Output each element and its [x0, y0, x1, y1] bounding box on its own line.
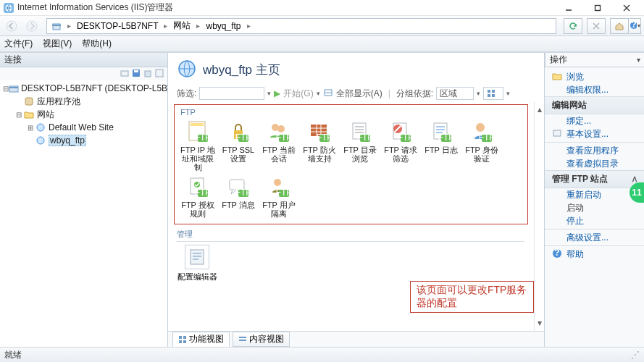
tab-content-view[interactable]: 内容视图 — [233, 332, 290, 347]
save-icon[interactable] — [131, 68, 141, 80]
apppool-icon — [23, 96, 35, 107]
svg-rect-3 — [595, 5, 601, 10]
ftp-ip-restrictions[interactable]: FTPFTP IP 地址和域限制 — [177, 119, 218, 172]
action-stop[interactable]: 停止 — [545, 214, 644, 227]
expand-icon[interactable]: ⊞ — [26, 124, 35, 132]
action-start[interactable]: 启动 — [545, 201, 644, 214]
action-basic-settings[interactable]: 基本设置... — [545, 127, 644, 140]
breadcrumb[interactable]: ▸ DESKTOP-L5B7NFT ▸ 网站 ▸ wbyq_ftp ▸ — [46, 18, 556, 34]
tab-features-view[interactable]: 功能视图 — [172, 332, 230, 347]
tree-server-node[interactable]: ⊟ DESKTOP-L5B7NFT (DESKTOP-L5B7NFT\11266… — [3, 82, 164, 95]
ftp-logging[interactable]: FTPFTP 日志 — [421, 119, 461, 172]
action-advanced[interactable]: 高级设置... — [545, 231, 644, 244]
window-titlebar: Internet Information Services (IIS)管理器 — [0, 0, 644, 16]
home-button[interactable] — [610, 18, 629, 34]
view-switcher: 功能视图 内容视图 — [168, 331, 544, 347]
close-button[interactable] — [612, 0, 641, 16]
svg-text:FTP: FTP — [479, 132, 493, 143]
ftp-authorization[interactable]: FTPFTP 授权规则 — [177, 174, 218, 218]
action-view-vdirs[interactable]: 查看虚拟目录 — [545, 157, 644, 170]
ftp-firewall[interactable]: FTPFTP 防火墙支持 — [299, 119, 340, 172]
breadcrumb-root[interactable]: DESKTOP-L5B7NFT — [72, 19, 162, 33]
collapse-icon[interactable]: ⊟ — [14, 111, 23, 119]
notification-bubble[interactable]: 11 — [630, 182, 644, 203]
back-button[interactable] — [3, 18, 20, 34]
ftp-directory-browsing[interactable]: FTPFTP 目录浏览 — [340, 119, 380, 172]
tree-apppools[interactable]: 应用程序池 — [3, 95, 164, 108]
showall-icon[interactable] — [323, 88, 333, 100]
breadcrumb-sites[interactable]: 网站 — [169, 19, 195, 33]
view-mode-select[interactable] — [483, 87, 503, 100]
svg-text:FTP: FTP — [195, 188, 209, 198]
annotation-callout: 该页面可以更改FTP服务器的配置 — [410, 281, 534, 313]
svg-point-7 — [27, 21, 37, 31]
up-icon[interactable] — [154, 68, 164, 80]
chevron-down-icon[interactable]: ▾ — [637, 56, 640, 64]
svg-text:FTP: FTP — [357, 132, 372, 143]
svg-rect-86 — [239, 340, 246, 341]
ftp-messages[interactable]: FTPFTP 消息 — [218, 174, 259, 218]
collapse-icon[interactable]: ⊟ — [3, 85, 9, 93]
tree-sites-node[interactable]: ⊟ 网站 — [3, 108, 164, 121]
svg-text:?: ? — [554, 248, 559, 258]
chevron-right-icon: ▸ — [162, 22, 169, 30]
tree-wbyq-ftp-site[interactable]: wbyq_ftp — [3, 134, 164, 147]
help-dropdown[interactable]: ?▾ — [630, 18, 641, 34]
ftp-group: FTP FTPFTP IP 地址和域限制 FTPFTP SSL 设置 FTPFT… — [174, 104, 528, 224]
collapse-caret-icon[interactable]: ᐱ — [632, 176, 637, 183]
go-icon[interactable]: ▶ — [274, 88, 280, 98]
ftp-current-sessions[interactable]: FTPFTP 当前会话 — [259, 119, 299, 172]
svg-rect-27 — [488, 94, 490, 97]
explore-icon — [552, 71, 562, 83]
action-edit-permissions[interactable]: 编辑权限... — [545, 83, 644, 96]
svg-rect-28 — [492, 94, 495, 97]
breadcrumb-home-icon[interactable] — [47, 19, 66, 33]
ftp-ssl-settings[interactable]: FTPFTP SSL 设置 — [218, 119, 259, 172]
action-explore[interactable]: 浏览 — [545, 70, 644, 83]
ftp-group-label: FTP — [180, 108, 527, 117]
menu-view[interactable]: 视图(V) — [43, 38, 72, 50]
svg-rect-16 — [156, 70, 163, 77]
actions-header: 操作▾ — [545, 53, 644, 67]
config-editor[interactable]: 配置编辑器 — [177, 245, 217, 282]
scroll-down-icon[interactable]: ▾ — [538, 318, 542, 328]
groupby-label: 分组依据: — [396, 88, 433, 100]
filter-bar: 筛选: ▾ ▶ 开始(G) ▾ 全部显示(A) | 分组依据: 区域 ▾ ▾ — [168, 85, 544, 101]
statusbar: 就绪 ⋰ — [0, 348, 644, 362]
delete-icon[interactable] — [143, 68, 153, 80]
breadcrumb-current[interactable]: wbyq_ftp — [201, 19, 245, 33]
action-bindings[interactable]: 绑定... — [545, 114, 644, 127]
filter-input[interactable] — [199, 87, 264, 100]
action-help[interactable]: ?帮助 — [545, 248, 644, 261]
svg-rect-81 — [179, 336, 182, 339]
action-view-apps[interactable]: 查看应用程序 — [545, 144, 644, 157]
menubar: 文件(F) 视图(V) 帮助(H) — [0, 36, 644, 52]
groupby-select[interactable]: 区域 — [436, 87, 474, 100]
svg-text:?: ? — [631, 21, 636, 30]
svg-rect-84 — [183, 340, 186, 343]
ftp-request-filtering[interactable]: FTPFTP 请求筛选 — [380, 119, 421, 172]
menu-help[interactable]: 帮助(H) — [82, 38, 112, 50]
start-label[interactable]: 开始(G) — [283, 88, 313, 100]
tree-default-site[interactable]: ⊞ Default Web Site — [3, 121, 164, 134]
svg-rect-82 — [183, 336, 186, 339]
svg-point-6 — [7, 21, 17, 31]
resize-grip-icon[interactable]: ⋰ — [631, 350, 640, 360]
svg-rect-87 — [553, 130, 561, 136]
ftp-user-isolation[interactable]: FTPFTP 用户隔离 — [259, 174, 299, 218]
maximize-button[interactable] — [583, 0, 612, 16]
server-icon — [9, 83, 19, 94]
globe-icon — [35, 122, 46, 133]
refresh-button[interactable] — [564, 18, 582, 34]
minimize-button[interactable] — [554, 0, 583, 16]
ftp-authentication[interactable]: FTPFTP 身份验证 — [461, 119, 502, 172]
menu-file[interactable]: 文件(F) — [4, 38, 33, 50]
svg-point-64 — [476, 123, 485, 132]
scroll-up-icon[interactable]: ▴ — [538, 104, 542, 114]
svg-rect-12 — [121, 71, 128, 76]
svg-rect-77 — [191, 250, 204, 264]
showall-label[interactable]: 全部显示(A) — [336, 88, 382, 100]
forward-button[interactable] — [23, 18, 41, 34]
connect-icon[interactable] — [120, 68, 130, 80]
scrollbar-buttons[interactable]: ▴ ▾ — [534, 101, 544, 331]
